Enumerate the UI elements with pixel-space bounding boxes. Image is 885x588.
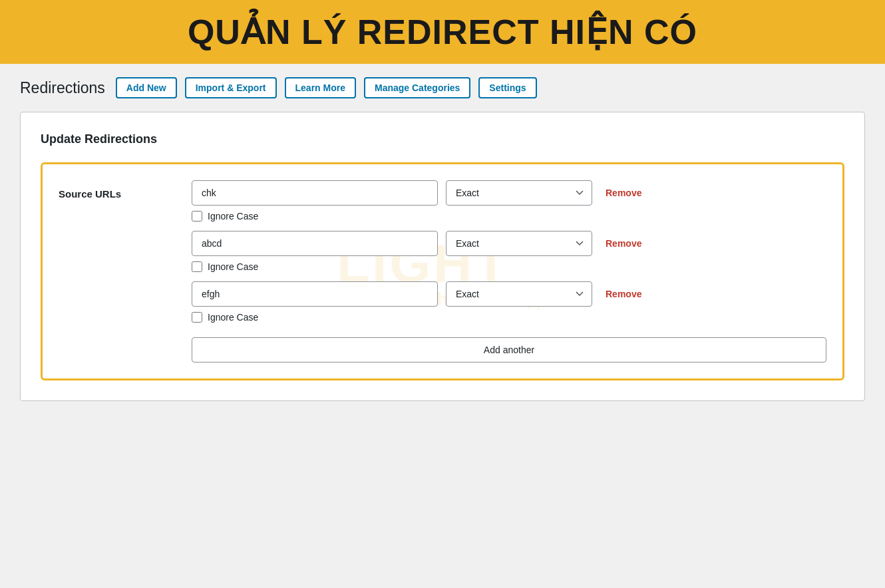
card-title: Update Redirections	[41, 132, 844, 146]
ignore-case-row-1: Ignore Case	[192, 211, 826, 221]
url-row-3: Exact Regex Contains Remove	[192, 281, 826, 307]
remove-button-1[interactable]: Remove	[600, 185, 647, 201]
ignore-case-row-3: Ignore Case	[192, 312, 826, 323]
source-urls-grid: Source URLs Exact Regex Contains Remove	[59, 180, 826, 363]
header-banner: QUẢN LÝ REDIRECT HIỆN CÓ	[0, 0, 885, 64]
match-select-1[interactable]: Exact Regex Contains	[446, 180, 592, 206]
page-content: Redirections Add New Import & Export Lea…	[0, 64, 885, 414]
ignore-case-row-2: Ignore Case	[192, 261, 826, 272]
ignore-case-label-1: Ignore Case	[208, 211, 258, 221]
page-title: Redirections	[20, 79, 105, 97]
manage-categories-button[interactable]: Manage Categories	[364, 77, 470, 98]
remove-button-2[interactable]: Remove	[600, 235, 647, 251]
page-header: Redirections Add New Import & Export Lea…	[20, 77, 865, 98]
source-label-col: Source URLs	[59, 180, 192, 363]
source-inputs-col: Exact Regex Contains Remove Ignore Case	[192, 180, 826, 363]
add-new-button[interactable]: Add New	[116, 77, 177, 98]
url-input-2[interactable]	[192, 231, 438, 256]
url-input-3[interactable]	[192, 281, 438, 307]
add-another-button[interactable]: Add another	[192, 337, 826, 363]
ignore-case-checkbox-2[interactable]	[192, 261, 202, 272]
ignore-case-checkbox-1[interactable]	[192, 211, 202, 221]
import-export-button[interactable]: Import & Export	[185, 77, 277, 98]
header-title: QUẢN LÝ REDIRECT HIỆN CÓ	[13, 12, 872, 52]
url-input-1[interactable]	[192, 180, 438, 206]
match-select-3[interactable]: Exact Regex Contains	[446, 281, 592, 307]
url-row-2: Exact Regex Contains Remove	[192, 231, 826, 256]
source-urls-container: LIGHT Nhanh - Chuẩn - Đẹp Source URLs Ex…	[41, 162, 844, 380]
ignore-case-label-3: Ignore Case	[208, 312, 258, 323]
ignore-case-label-2: Ignore Case	[208, 261, 258, 272]
ignore-case-checkbox-3[interactable]	[192, 312, 202, 323]
settings-button[interactable]: Settings	[478, 77, 536, 98]
main-card: Update Redirections LIGHT Nhanh - Chuẩn …	[20, 112, 865, 401]
match-select-2[interactable]: Exact Regex Contains	[446, 231, 592, 256]
url-row-1: Exact Regex Contains Remove	[192, 180, 826, 206]
learn-more-button[interactable]: Learn More	[285, 77, 356, 98]
source-urls-label: Source URLs	[59, 188, 121, 200]
remove-button-3[interactable]: Remove	[600, 286, 647, 302]
